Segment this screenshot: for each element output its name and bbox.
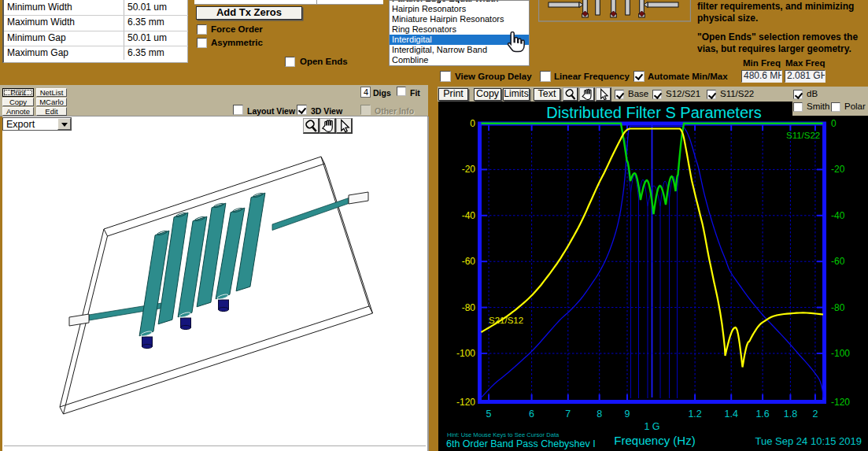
svg-text:0: 0 — [470, 118, 475, 129]
svg-text:Hint: Use Mouse Keys to See Cu: Hint: Use Mouse Keys to See Cursor Data — [447, 431, 560, 438]
svg-text:Distributed Filter S Parameter: Distributed Filter S Parameters — [546, 104, 761, 121]
svg-text:S21/S12: S21/S12 — [489, 316, 523, 325]
svg-text:1 G: 1 G — [644, 421, 659, 432]
svg-text:S11/S22: S11/S22 — [786, 131, 820, 140]
svg-text:6: 6 — [529, 408, 534, 420]
svg-text:8: 8 — [597, 408, 602, 420]
svg-text:-40: -40 — [462, 210, 476, 221]
svg-text:2: 2 — [812, 408, 818, 420]
svg-text:9: 9 — [625, 408, 630, 420]
svg-text:6th Order Band Pass Chebyshev: 6th Order Band Pass Chebyshev I — [446, 438, 596, 449]
svg-text:1.8: 1.8 — [784, 408, 797, 420]
svg-text:-100: -100 — [456, 348, 475, 359]
svg-text:1.2: 1.2 — [688, 408, 701, 420]
svg-text:-80: -80 — [462, 302, 476, 313]
svg-text:1.6: 1.6 — [755, 408, 769, 420]
svg-text:-60: -60 — [831, 256, 845, 267]
svg-text:-100: -100 — [831, 348, 850, 359]
svg-text:-60: -60 — [462, 256, 476, 267]
svg-text:Tue Sep 24 10:15 2019: Tue Sep 24 10:15 2019 — [755, 435, 862, 447]
svg-text:1.4: 1.4 — [725, 408, 738, 420]
svg-text:-20: -20 — [462, 164, 476, 175]
svg-text:0: 0 — [831, 118, 837, 129]
svg-text:Frequency (Hz): Frequency (Hz) — [614, 434, 695, 447]
svg-text:-120: -120 — [831, 397, 850, 408]
svg-text:-80: -80 — [831, 302, 845, 313]
svg-text:-120: -120 — [456, 397, 475, 408]
svg-text:-20: -20 — [831, 164, 845, 175]
svg-text:5: 5 — [486, 408, 492, 420]
svg-text:-40: -40 — [831, 210, 845, 221]
svg-text:7: 7 — [565, 408, 571, 420]
